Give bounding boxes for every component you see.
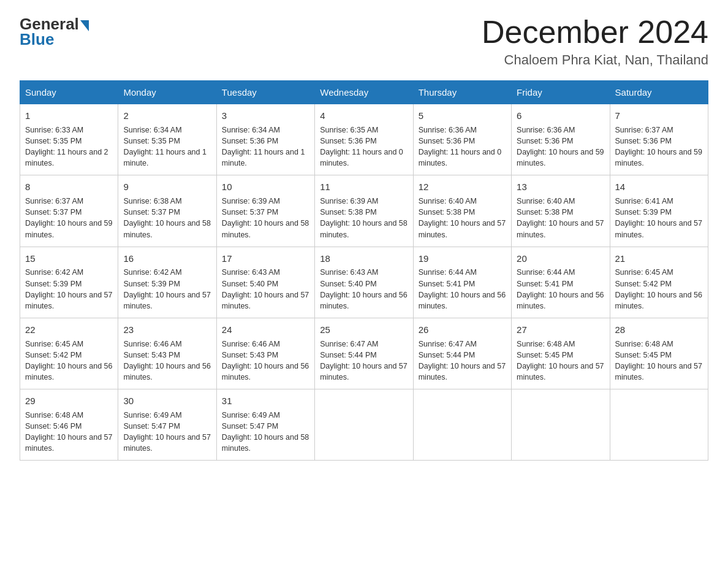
sunrise-text: Sunrise: 6:47 AM <box>419 340 477 348</box>
sunrise-text: Sunrise: 6:48 AM <box>517 340 575 348</box>
calendar-cell: 14Sunrise: 6:41 AMSunset: 5:39 PMDayligh… <box>610 175 708 247</box>
calendar-cell: 18Sunrise: 6:43 AMSunset: 5:40 PMDayligh… <box>315 247 413 318</box>
daylight-text: Daylight: 10 hours and 58 minutes. <box>123 219 210 239</box>
sunrise-text: Sunrise: 6:39 AM <box>320 197 378 205</box>
day-number: 24 <box>222 323 309 337</box>
calendar-header-row: SundayMondayTuesdayWednesdayThursdayFrid… <box>20 81 708 104</box>
calendar-cell: 25Sunrise: 6:47 AMSunset: 5:44 PMDayligh… <box>315 318 413 389</box>
day-number: 25 <box>320 323 408 337</box>
daylight-text: Daylight: 10 hours and 59 minutes. <box>615 148 702 167</box>
daylight-text: Daylight: 10 hours and 57 minutes. <box>517 362 604 381</box>
sunset-text: Sunset: 5:40 PM <box>222 280 278 288</box>
sunset-text: Sunset: 5:37 PM <box>25 208 82 216</box>
calendar-week-5: 29Sunrise: 6:48 AMSunset: 5:46 PMDayligh… <box>20 389 708 461</box>
daylight-text: Daylight: 10 hours and 57 minutes. <box>517 219 604 239</box>
sunset-text: Sunset: 5:43 PM <box>123 351 180 359</box>
sunset-text: Sunset: 5:47 PM <box>123 422 180 431</box>
sunrise-text: Sunrise: 6:45 AM <box>615 268 673 277</box>
month-title: December 2024 <box>482 15 708 50</box>
day-number: 11 <box>320 180 408 194</box>
day-number: 5 <box>419 109 506 123</box>
daylight-text: Daylight: 10 hours and 56 minutes. <box>517 291 604 310</box>
page-header: General Blue December 2024 Chaloem Phra … <box>20 15 708 68</box>
calendar-cell: 9Sunrise: 6:38 AMSunset: 5:37 PMDaylight… <box>118 175 216 247</box>
sunrise-text: Sunrise: 6:36 AM <box>419 126 477 134</box>
sunset-text: Sunset: 5:40 PM <box>320 280 376 288</box>
calendar-cell: 24Sunrise: 6:46 AMSunset: 5:43 PMDayligh… <box>216 318 314 389</box>
daylight-text: Daylight: 10 hours and 56 minutes. <box>25 362 112 381</box>
header-friday: Friday <box>512 81 610 104</box>
sunset-text: Sunset: 5:47 PM <box>222 422 278 431</box>
daylight-text: Daylight: 10 hours and 57 minutes. <box>25 433 112 453</box>
daylight-text: Daylight: 10 hours and 56 minutes. <box>419 291 506 310</box>
day-number: 28 <box>615 323 703 337</box>
sunset-text: Sunset: 5:37 PM <box>123 208 180 216</box>
logo-arrow-icon <box>80 20 89 31</box>
header-tuesday: Tuesday <box>216 81 314 104</box>
sunset-text: Sunset: 5:36 PM <box>419 137 475 145</box>
sunset-text: Sunset: 5:39 PM <box>25 280 82 288</box>
daylight-text: Daylight: 10 hours and 57 minutes. <box>123 291 210 310</box>
daylight-text: Daylight: 10 hours and 58 minutes. <box>222 433 309 453</box>
calendar-cell: 16Sunrise: 6:42 AMSunset: 5:39 PMDayligh… <box>118 247 216 318</box>
sunrise-text: Sunrise: 6:46 AM <box>222 340 280 348</box>
sunset-text: Sunset: 5:38 PM <box>517 208 573 216</box>
sunrise-text: Sunrise: 6:40 AM <box>517 197 575 205</box>
header-monday: Monday <box>118 81 216 104</box>
sunrise-text: Sunrise: 6:46 AM <box>123 340 181 348</box>
sunrise-text: Sunrise: 6:49 AM <box>222 411 280 419</box>
sunrise-text: Sunrise: 6:44 AM <box>419 268 477 277</box>
calendar-week-4: 22Sunrise: 6:45 AMSunset: 5:42 PMDayligh… <box>20 318 708 389</box>
day-number: 6 <box>517 109 604 123</box>
calendar-cell: 29Sunrise: 6:48 AMSunset: 5:46 PMDayligh… <box>20 389 118 461</box>
sunset-text: Sunset: 5:39 PM <box>615 208 672 216</box>
sunset-text: Sunset: 5:43 PM <box>222 351 278 359</box>
sunset-text: Sunset: 5:41 PM <box>419 280 475 288</box>
sunrise-text: Sunrise: 6:37 AM <box>615 126 673 134</box>
daylight-text: Daylight: 11 hours and 1 minute. <box>123 148 207 167</box>
day-number: 30 <box>123 394 211 408</box>
sunset-text: Sunset: 5:37 PM <box>222 208 278 216</box>
sunset-text: Sunset: 5:39 PM <box>123 280 180 288</box>
sunrise-text: Sunrise: 6:34 AM <box>123 126 181 134</box>
daylight-text: Daylight: 10 hours and 57 minutes. <box>222 291 309 310</box>
sunrise-text: Sunrise: 6:37 AM <box>25 197 83 205</box>
calendar-cell: 4Sunrise: 6:35 AMSunset: 5:36 PMDaylight… <box>315 104 413 175</box>
calendar-cell <box>610 389 708 461</box>
day-number: 27 <box>517 323 604 337</box>
day-number: 16 <box>123 252 211 266</box>
calendar-cell: 28Sunrise: 6:48 AMSunset: 5:45 PMDayligh… <box>610 318 708 389</box>
sunset-text: Sunset: 5:44 PM <box>419 351 475 359</box>
calendar-cell: 10Sunrise: 6:39 AMSunset: 5:37 PMDayligh… <box>216 175 314 247</box>
calendar-cell: 26Sunrise: 6:47 AMSunset: 5:44 PMDayligh… <box>413 318 511 389</box>
sunset-text: Sunset: 5:36 PM <box>615 137 672 145</box>
calendar-table: SundayMondayTuesdayWednesdayThursdayFrid… <box>20 80 708 461</box>
daylight-text: Daylight: 10 hours and 56 minutes. <box>615 291 702 310</box>
sunrise-text: Sunrise: 6:44 AM <box>517 268 575 277</box>
sunset-text: Sunset: 5:42 PM <box>615 280 672 288</box>
sunrise-text: Sunrise: 6:38 AM <box>123 197 181 205</box>
calendar-cell: 7Sunrise: 6:37 AMSunset: 5:36 PMDaylight… <box>610 104 708 175</box>
day-number: 26 <box>419 323 506 337</box>
calendar-week-1: 1Sunrise: 6:33 AMSunset: 5:35 PMDaylight… <box>20 104 708 175</box>
daylight-text: Daylight: 10 hours and 58 minutes. <box>320 219 407 239</box>
day-number: 21 <box>615 252 703 266</box>
sunset-text: Sunset: 5:41 PM <box>517 280 573 288</box>
sunset-text: Sunset: 5:35 PM <box>25 137 82 145</box>
sunrise-text: Sunrise: 6:45 AM <box>25 340 83 348</box>
daylight-text: Daylight: 10 hours and 58 minutes. <box>222 219 309 239</box>
daylight-text: Daylight: 10 hours and 59 minutes. <box>517 148 604 167</box>
calendar-cell <box>413 389 511 461</box>
header-sunday: Sunday <box>20 81 118 104</box>
sunrise-text: Sunrise: 6:41 AM <box>615 197 673 205</box>
daylight-text: Daylight: 10 hours and 59 minutes. <box>25 219 112 239</box>
day-number: 29 <box>25 394 113 408</box>
sunrise-text: Sunrise: 6:39 AM <box>222 197 280 205</box>
day-number: 9 <box>123 180 211 194</box>
sunset-text: Sunset: 5:38 PM <box>419 208 475 216</box>
header-thursday: Thursday <box>413 81 511 104</box>
sunrise-text: Sunrise: 6:43 AM <box>222 268 280 277</box>
day-number: 3 <box>222 109 309 123</box>
day-number: 31 <box>222 394 309 408</box>
calendar-cell: 5Sunrise: 6:36 AMSunset: 5:36 PMDaylight… <box>413 104 511 175</box>
